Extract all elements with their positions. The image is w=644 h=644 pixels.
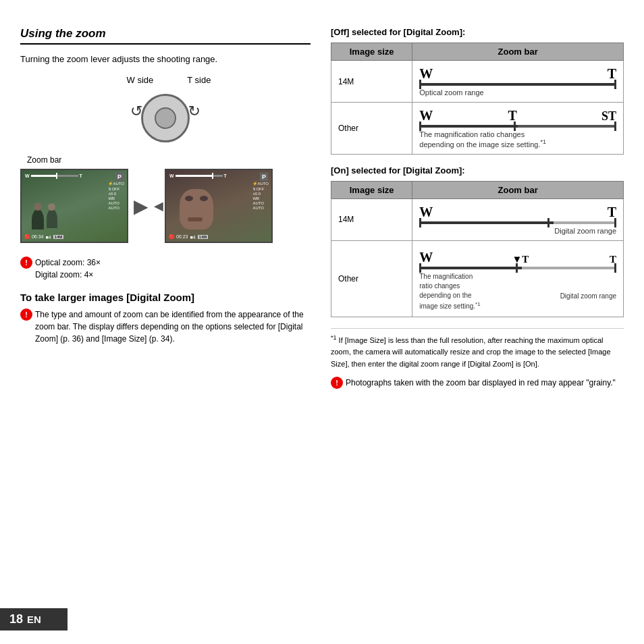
page-label: EN [27, 614, 41, 625]
off-row-14m: 14M W T Opti [331, 61, 624, 103]
screen-bottom-1: 🔴 06:34 ■4 14M [24, 234, 63, 240]
off-section-title: [Off] selected for [Digital Zoom]: [331, 27, 624, 37]
screen-zoom-bar-2: W T [169, 173, 227, 178]
col-image-size-on: Image size [331, 181, 412, 198]
on-other-t2-marker [614, 263, 616, 273]
on-other-t-down: ▼T [512, 254, 529, 265]
on-other-bar-visual: W ▼T T [419, 246, 616, 269]
page-content: Using the zoom Turning the zoom lever ad… [0, 0, 644, 644]
on-14m-t-marker [547, 218, 549, 227]
optical-zoom-text: Optical zoom: 36× [35, 257, 101, 269]
digital-zoom-section-title: To take larger images [Digital Zoom] [20, 292, 311, 303]
optical-digital-info: ! Optical zoom: 36× Digital zoom: 4× [20, 257, 311, 281]
footnote-text: *1 If [Image Size] is less than the full… [331, 333, 624, 370]
off-14m-size: 14M [331, 61, 412, 103]
off-14m-right-marker [614, 80, 616, 89]
on-zoom-table: Image size Zoom bar 14M W T [331, 181, 624, 317]
footnote-body: If [Image Size] is less than the full re… [331, 336, 611, 368]
on-other-magnification-text: The magnificationratio changesdepending … [419, 272, 507, 311]
off-row-other: Other W T ST [331, 103, 624, 155]
screen-p-1: P [115, 173, 124, 181]
screen-icons-1: ⚡AUTO ↯OFF ±0.0 WB AUTO AUTO [108, 181, 124, 210]
on-14m-bar: W T Digital zoom range [412, 198, 624, 240]
on-14m-w: W [419, 205, 433, 220]
screen-face [180, 189, 213, 230]
on-14m-right-marker [614, 218, 616, 227]
screen-p-2: P [260, 173, 268, 181]
off-other-w: W [419, 108, 433, 124]
zoom-ring [141, 94, 190, 142]
on-other-line [419, 267, 616, 269]
on-section-title: [On] selected for [Digital Zoom]: [331, 165, 624, 176]
arrow-between-screens: ▶ [134, 195, 149, 217]
on-other-size: Other [331, 240, 412, 317]
page-footer: 18 EN [0, 608, 68, 630]
on-14m-size: 14M [331, 198, 412, 240]
t-side-label: T side [187, 75, 211, 85]
camera-screen-2: W T P ⚡AUTO ↯OFF ±0.0 WB [165, 169, 273, 243]
off-other-line [419, 125, 616, 128]
w-side-label: W side [127, 75, 154, 85]
on-14m-line [419, 221, 616, 224]
info-icon-2: ! [20, 308, 32, 321]
on-14m-left-marker [419, 218, 421, 227]
optical-digital-text: Optical zoom: 36× Digital zoom: 4× [35, 257, 101, 281]
off-other-bar: W T ST The ma [412, 103, 624, 155]
warning-icon: ! [331, 377, 343, 389]
off-other-bar-visual: W T ST [419, 108, 616, 128]
on-other-w: W [419, 250, 433, 265]
screen2-container: ◀ W T P ⚡AUT [154, 169, 273, 243]
on-other-bar: W ▼T T [412, 240, 624, 317]
off-other-desc: The magnification ratio changesdepending… [419, 130, 616, 149]
on-other-digital-range-label: Digital zoom range [560, 292, 616, 300]
screen-people-1 [32, 209, 57, 230]
on-other-left-marker [419, 263, 421, 273]
footnote-sup: *1 [331, 334, 337, 341]
off-other-right-marker [614, 122, 616, 131]
digital-zoom-text: Digital zoom: 4× [35, 269, 101, 281]
off-14m-bar-visual: W T [419, 66, 616, 86]
screen-bottom-2: 🔴 00:23 ■4 14M [169, 234, 208, 240]
off-other-size: Other [331, 103, 412, 155]
on-other-desc-row: The magnificationratio changesdepending … [419, 272, 616, 311]
off-14m-desc: Optical zoom range [419, 88, 616, 97]
off-14m-line [419, 83, 616, 86]
off-14m-left-marker [419, 80, 421, 89]
col-image-size-off: Image size [331, 43, 412, 61]
on-row-14m: 14M W T [331, 198, 624, 240]
back-arrow-icon: ◀ [154, 198, 163, 213]
info-icon-1: ! [20, 257, 32, 269]
digital-zoom-desc: ! The type and amount of zoom can be ide… [20, 308, 311, 345]
right-arrow-icon: ↺ [188, 103, 200, 120]
wt-labels: W side T side [127, 75, 211, 85]
intro-text: Turning the zoom lever adjusts the shoot… [20, 54, 311, 64]
off-other-optical [419, 125, 518, 128]
zoom-bar-label: Zoom bar [27, 155, 311, 165]
warning-row: ! Photographs taken with the zoom bar di… [331, 377, 624, 389]
right-column: [Off] selected for [Digital Zoom]: Image… [331, 27, 624, 603]
section-title: Using the zoom [20, 27, 311, 45]
col-zoom-bar-on: Zoom bar [412, 181, 624, 198]
camera-screen-1: W T P ⚡AUTO ↯OFF ±0.0 WB AUTO AUTO [20, 169, 128, 243]
on-row-other: Other W ▼T T [331, 240, 624, 317]
zoom-diagram: W side T side ↺ ↺ [20, 75, 311, 149]
off-zoom-table: Image size Zoom bar 14M W T [331, 43, 624, 155]
off-14m-w: W [419, 66, 433, 82]
off-14m-bar: W T Optical zoom range [412, 61, 624, 103]
screen-icons-2: ⚡AUTO ↯OFF ±0.0 WB AUTO AUTO [252, 181, 269, 210]
on-other-optical-part [419, 267, 522, 269]
off-other-left-marker [419, 122, 421, 131]
on-14m-desc: Digital zoom range [419, 227, 616, 235]
screen-zoom-bar-1: W T [25, 173, 82, 178]
digital-zoom-desc-text: The type and amount of zoom can be ident… [35, 308, 311, 345]
on-14m-optical-part [419, 221, 553, 224]
on-other-digital-part [522, 267, 616, 269]
warning-text: Photographs taken with the zoom bar disp… [346, 377, 616, 389]
page-number: 18 [9, 612, 23, 626]
zoom-ring-inner [155, 107, 176, 129]
col-zoom-bar-off: Zoom bar [412, 43, 624, 61]
on-14m-bar-visual: W T [419, 205, 616, 224]
on-other-t1-marker [516, 263, 518, 273]
left-column: Using the zoom Turning the zoom lever ad… [20, 27, 311, 603]
footnote-section: *1 If [Image Size] is less than the full… [331, 328, 624, 389]
